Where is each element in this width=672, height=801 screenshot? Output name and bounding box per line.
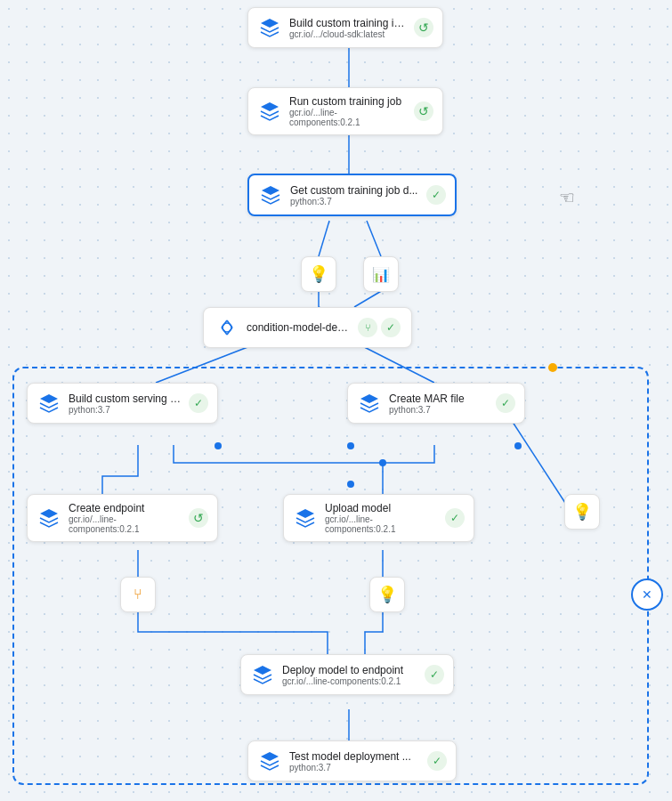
test-model-icon xyxy=(257,748,282,773)
conn-dot-4 xyxy=(347,481,354,488)
create-endpoint-title: Create endpoint xyxy=(69,502,182,514)
build-serving-status: ✓ xyxy=(189,393,208,413)
deploy-model-status: ✓ xyxy=(425,665,444,684)
chart-node[interactable]: 📊 xyxy=(363,256,399,292)
get-training-text: Get custom training job d... python:3.7 xyxy=(290,184,419,206)
svg-line-17 xyxy=(222,328,227,335)
get-training-node[interactable]: Get custom training job d... python:3.7 … xyxy=(247,174,457,216)
create-mar-title: Create MAR file xyxy=(389,392,489,405)
upload-model-subtitle: gcr.io/...line-components:0.2.1 xyxy=(325,514,438,534)
parallel-branch-container xyxy=(12,367,649,785)
build-training-status: ↺ xyxy=(414,18,433,37)
create-endpoint-icon xyxy=(36,506,61,530)
create-mar-subtitle: python:3.7 xyxy=(389,405,489,415)
svg-line-15 xyxy=(222,320,227,328)
create-mar-text: Create MAR file python:3.7 xyxy=(389,392,489,415)
deploy-model-text: Deploy model to endpoint gcr.io/...line-… xyxy=(282,664,417,686)
svg-line-3 xyxy=(367,221,381,256)
build-training-icon xyxy=(257,15,282,40)
run-training-text: Run custom training job gcr.io/...line-c… xyxy=(289,95,407,127)
build-training-title: Build custom training im... xyxy=(289,17,407,29)
lightbulb2-icon: 💡 xyxy=(572,502,592,522)
test-model-node[interactable]: Test model deployment ... python:3.7 ✓ xyxy=(247,740,457,781)
conn-dot-1 xyxy=(215,442,222,449)
build-serving-node[interactable]: Build custom serving im... python:3.7 ✓ xyxy=(27,383,218,424)
deploy-model-subtitle: gcr.io/...line-components:0.2.1 xyxy=(282,676,417,686)
create-endpoint-subtitle: gcr.io/...line-components:0.2.1 xyxy=(69,514,182,534)
create-mar-status: ✓ xyxy=(496,393,515,413)
run-training-title: Run custom training job xyxy=(289,95,407,108)
svg-line-16 xyxy=(227,320,232,328)
canvas: Build custom training im... gcr.io/.../c… xyxy=(0,0,672,801)
deploy-model-icon xyxy=(250,662,275,687)
lightbulb1-node[interactable]: 💡 xyxy=(301,256,336,292)
upload-model-title: Upload model xyxy=(325,502,438,514)
create-endpoint-node[interactable]: Create endpoint gcr.io/...line-component… xyxy=(27,494,218,542)
test-model-title: Test model deployment ... xyxy=(289,750,420,763)
test-model-subtitle: python:3.7 xyxy=(289,763,420,773)
create-mar-node[interactable]: Create MAR file python:3.7 ✓ xyxy=(347,383,525,424)
svg-line-2 xyxy=(319,221,329,256)
condition-text: condition-model-deploy-... xyxy=(247,321,351,334)
upload-model-icon xyxy=(293,506,318,530)
conn-dot-2 xyxy=(347,442,354,449)
lightbulb2-node[interactable]: 💡 xyxy=(564,494,600,530)
upload-model-node[interactable]: Upload model gcr.io/...line-components:0… xyxy=(283,494,474,542)
condition-icon xyxy=(215,315,239,340)
test-model-text: Test model deployment ... python:3.7 xyxy=(289,750,420,773)
run-training-icon xyxy=(257,99,282,124)
chart-icon: 📊 xyxy=(372,266,390,283)
build-training-text: Build custom training im... gcr.io/.../c… xyxy=(289,17,407,39)
deploy-model-title: Deploy model to endpoint xyxy=(282,664,417,676)
build-serving-text: Build custom serving im... python:3.7 xyxy=(69,392,182,415)
get-training-subtitle: python:3.7 xyxy=(290,197,419,206)
run-training-node[interactable]: Run custom training job gcr.io/...line-c… xyxy=(247,87,443,135)
build-training-node[interactable]: Build custom training im... gcr.io/.../c… xyxy=(247,7,443,48)
upload-model-status: ✓ xyxy=(445,508,465,528)
svg-line-18 xyxy=(227,328,232,335)
lightbulb3-icon: 💡 xyxy=(377,585,397,604)
run-training-status: ↺ xyxy=(414,101,433,121)
lightbulb3-node[interactable]: 💡 xyxy=(369,577,405,612)
fork-icon: ⑂ xyxy=(134,587,142,603)
upload-model-text: Upload model gcr.io/...line-components:0… xyxy=(325,502,438,534)
condition-title: condition-model-deploy-... xyxy=(247,321,351,334)
build-serving-title: Build custom serving im... xyxy=(69,392,182,405)
fork-node[interactable]: ⑂ xyxy=(120,577,156,612)
get-training-title: Get custom training job d... xyxy=(290,184,419,197)
condition-check-status: ✓ xyxy=(381,318,401,337)
conn-dot-3 xyxy=(514,442,522,449)
create-mar-icon xyxy=(357,391,382,416)
close-button[interactable]: ✕ xyxy=(631,578,663,611)
get-training-icon xyxy=(258,182,283,207)
build-training-subtitle: gcr.io/.../cloud-sdk:latest xyxy=(289,29,407,39)
create-endpoint-text: Create endpoint gcr.io/...line-component… xyxy=(69,502,182,534)
condition-node[interactable]: condition-model-deploy-... ⑂ ✓ xyxy=(203,307,412,348)
run-training-subtitle: gcr.io/...line-components:0.2.1 xyxy=(289,108,407,127)
deploy-model-node[interactable]: Deploy model to endpoint gcr.io/...line-… xyxy=(240,654,454,695)
build-serving-icon xyxy=(36,391,61,416)
get-training-status: ✓ xyxy=(426,185,446,205)
svg-line-5 xyxy=(354,290,383,307)
lightbulb1-icon: 💡 xyxy=(309,264,328,284)
build-serving-subtitle: python:3.7 xyxy=(69,405,182,415)
create-endpoint-status: ↺ xyxy=(189,508,208,528)
orange-dot xyxy=(548,363,557,372)
hand-cursor-icon: ☜ xyxy=(559,187,575,208)
test-model-status: ✓ xyxy=(427,751,447,771)
condition-fork-status: ⑂ xyxy=(358,318,377,337)
